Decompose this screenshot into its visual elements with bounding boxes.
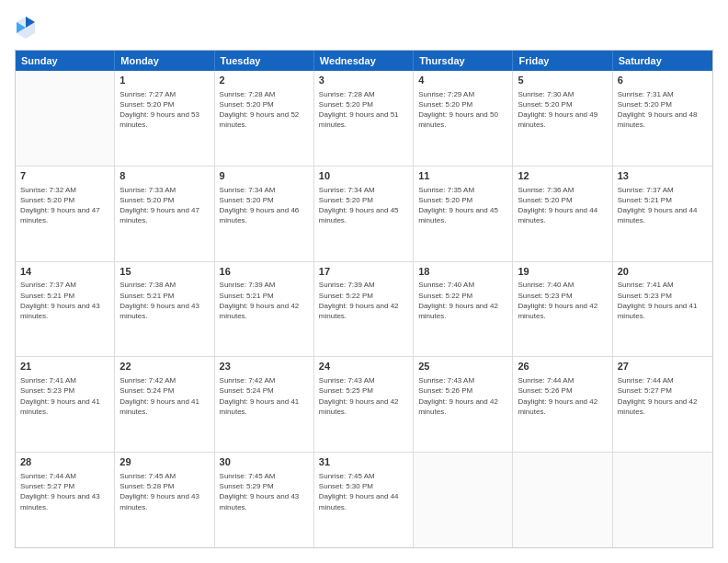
calendar-cell: 3Sunrise: 7:28 AMSunset: 5:20 PMDaylight… (314, 71, 414, 166)
day-number: 20 (618, 265, 708, 279)
calendar-cell: 26Sunrise: 7:44 AMSunset: 5:26 PMDayligh… (513, 357, 612, 452)
sun-info: Sunrise: 7:39 AMSunset: 5:21 PMDaylight:… (220, 280, 309, 321)
calendar-row-2: 7Sunrise: 7:32 AMSunset: 5:20 PMDaylight… (16, 167, 712, 262)
day-number: 13 (618, 169, 708, 183)
calendar-row-4: 21Sunrise: 7:41 AMSunset: 5:23 PMDayligh… (16, 357, 712, 453)
calendar-cell: 6Sunrise: 7:31 AMSunset: 5:20 PMDaylight… (613, 71, 712, 166)
day-number: 16 (220, 265, 309, 279)
calendar-cell (513, 453, 612, 547)
sun-info: Sunrise: 7:38 AMSunset: 5:21 PMDaylight:… (119, 280, 209, 321)
sun-info: Sunrise: 7:28 AMSunset: 5:20 PMDaylight:… (319, 89, 408, 131)
calendar-cell (16, 71, 115, 166)
calendar-cell: 17Sunrise: 7:39 AMSunset: 5:22 PMDayligh… (314, 262, 414, 357)
calendar-cell: 7Sunrise: 7:32 AMSunset: 5:20 PMDaylight… (16, 167, 115, 261)
sun-info: Sunrise: 7:33 AMSunset: 5:20 PMDaylight:… (119, 185, 209, 226)
day-number: 28 (20, 455, 109, 469)
sun-info: Sunrise: 7:42 AMSunset: 5:24 PMDaylight:… (119, 375, 209, 417)
calendar-cell: 21Sunrise: 7:41 AMSunset: 5:23 PMDayligh… (16, 357, 115, 452)
header (15, 15, 713, 40)
sun-info: Sunrise: 7:43 AMSunset: 5:25 PMDaylight:… (319, 375, 408, 417)
calendar-cell (613, 453, 712, 547)
day-number: 15 (119, 265, 209, 279)
header-cell-sunday: Sunday (16, 51, 115, 71)
calendar-cell: 23Sunrise: 7:42 AMSunset: 5:24 PMDayligh… (215, 357, 314, 452)
sun-info: Sunrise: 7:28 AMSunset: 5:20 PMDaylight:… (220, 89, 309, 131)
sun-info: Sunrise: 7:45 AMSunset: 5:29 PMDaylight:… (220, 471, 309, 512)
sun-info: Sunrise: 7:32 AMSunset: 5:20 PMDaylight:… (20, 185, 109, 226)
calendar-row-3: 14Sunrise: 7:37 AMSunset: 5:21 PMDayligh… (16, 262, 712, 358)
sun-info: Sunrise: 7:37 AMSunset: 5:21 PMDaylight:… (618, 185, 708, 226)
calendar-body: 1Sunrise: 7:27 AMSunset: 5:20 PMDaylight… (16, 71, 712, 547)
sun-info: Sunrise: 7:36 AMSunset: 5:20 PMDaylight:… (518, 185, 607, 226)
calendar-cell: 2Sunrise: 7:28 AMSunset: 5:20 PMDaylight… (215, 71, 314, 166)
day-number: 11 (418, 169, 507, 183)
sun-info: Sunrise: 7:29 AMSunset: 5:20 PMDaylight:… (418, 89, 507, 131)
day-number: 3 (319, 74, 408, 87)
calendar-cell: 4Sunrise: 7:29 AMSunset: 5:20 PMDaylight… (414, 71, 513, 166)
sun-info: Sunrise: 7:35 AMSunset: 5:20 PMDaylight:… (418, 185, 507, 226)
day-number: 12 (518, 169, 607, 183)
calendar-cell: 15Sunrise: 7:38 AMSunset: 5:21 PMDayligh… (115, 262, 214, 357)
calendar-cell: 28Sunrise: 7:44 AMSunset: 5:27 PMDayligh… (16, 453, 115, 547)
calendar-cell: 5Sunrise: 7:30 AMSunset: 5:20 PMDaylight… (513, 71, 612, 166)
header-cell-friday: Friday (513, 51, 612, 71)
day-number: 18 (418, 265, 507, 279)
sun-info: Sunrise: 7:37 AMSunset: 5:21 PMDaylight:… (20, 280, 109, 321)
day-number: 5 (518, 74, 607, 87)
calendar-header: SundayMondayTuesdayWednesdayThursdayFrid… (16, 51, 712, 71)
calendar-cell: 25Sunrise: 7:43 AMSunset: 5:26 PMDayligh… (414, 357, 513, 452)
calendar-row-5: 28Sunrise: 7:44 AMSunset: 5:27 PMDayligh… (16, 453, 712, 547)
sun-info: Sunrise: 7:45 AMSunset: 5:28 PMDaylight:… (119, 471, 209, 512)
header-cell-thursday: Thursday (414, 51, 513, 71)
sun-info: Sunrise: 7:40 AMSunset: 5:22 PMDaylight:… (418, 280, 507, 321)
day-number: 25 (418, 360, 507, 373)
header-cell-saturday: Saturday (613, 51, 712, 71)
calendar-cell: 9Sunrise: 7:34 AMSunset: 5:20 PMDaylight… (215, 167, 314, 261)
calendar-cell: 10Sunrise: 7:34 AMSunset: 5:20 PMDayligh… (314, 167, 414, 261)
day-number: 29 (119, 455, 209, 469)
day-number: 24 (319, 360, 408, 373)
logo (15, 15, 40, 40)
day-number: 30 (220, 455, 309, 469)
day-number: 4 (418, 74, 507, 87)
day-number: 26 (518, 360, 607, 373)
day-number: 23 (220, 360, 309, 373)
calendar-row-1: 1Sunrise: 7:27 AMSunset: 5:20 PMDaylight… (16, 71, 712, 167)
calendar-cell: 16Sunrise: 7:39 AMSunset: 5:21 PMDayligh… (215, 262, 314, 357)
calendar-cell: 18Sunrise: 7:40 AMSunset: 5:22 PMDayligh… (414, 262, 513, 357)
sun-info: Sunrise: 7:40 AMSunset: 5:23 PMDaylight:… (518, 280, 607, 321)
day-number: 14 (20, 265, 109, 279)
day-number: 10 (319, 169, 408, 183)
sun-info: Sunrise: 7:30 AMSunset: 5:20 PMDaylight:… (518, 89, 607, 131)
calendar-cell: 11Sunrise: 7:35 AMSunset: 5:20 PMDayligh… (414, 167, 513, 261)
calendar-cell: 19Sunrise: 7:40 AMSunset: 5:23 PMDayligh… (513, 262, 612, 357)
sun-info: Sunrise: 7:34 AMSunset: 5:20 PMDaylight:… (319, 185, 408, 226)
sun-info: Sunrise: 7:41 AMSunset: 5:23 PMDaylight:… (618, 280, 708, 321)
sun-info: Sunrise: 7:43 AMSunset: 5:26 PMDaylight:… (418, 375, 507, 417)
day-number: 9 (220, 169, 309, 183)
sun-info: Sunrise: 7:44 AMSunset: 5:27 PMDaylight:… (618, 375, 708, 417)
sun-info: Sunrise: 7:39 AMSunset: 5:22 PMDaylight:… (319, 280, 408, 321)
sun-info: Sunrise: 7:27 AMSunset: 5:20 PMDaylight:… (119, 89, 209, 131)
day-number: 2 (220, 74, 309, 87)
sun-info: Sunrise: 7:31 AMSunset: 5:20 PMDaylight:… (618, 89, 708, 131)
day-number: 27 (618, 360, 708, 373)
sun-info: Sunrise: 7:34 AMSunset: 5:20 PMDaylight:… (220, 185, 309, 226)
day-number: 21 (20, 360, 109, 373)
header-cell-monday: Monday (115, 51, 214, 71)
day-number: 22 (119, 360, 209, 373)
calendar-cell (414, 453, 513, 547)
day-number: 19 (518, 265, 607, 279)
sun-info: Sunrise: 7:44 AMSunset: 5:27 PMDaylight:… (20, 471, 109, 512)
logo-icon (15, 15, 37, 40)
calendar-cell: 20Sunrise: 7:41 AMSunset: 5:23 PMDayligh… (613, 262, 712, 357)
sun-info: Sunrise: 7:42 AMSunset: 5:24 PMDaylight:… (220, 375, 309, 417)
header-cell-wednesday: Wednesday (314, 51, 414, 71)
calendar-cell: 31Sunrise: 7:45 AMSunset: 5:30 PMDayligh… (314, 453, 414, 547)
day-number: 7 (20, 169, 109, 183)
calendar-cell: 22Sunrise: 7:42 AMSunset: 5:24 PMDayligh… (115, 357, 214, 452)
sun-info: Sunrise: 7:45 AMSunset: 5:30 PMDaylight:… (319, 471, 408, 512)
header-cell-tuesday: Tuesday (215, 51, 314, 71)
day-number: 17 (319, 265, 408, 279)
page: SundayMondayTuesdayWednesdayThursdayFrid… (0, 0, 728, 563)
